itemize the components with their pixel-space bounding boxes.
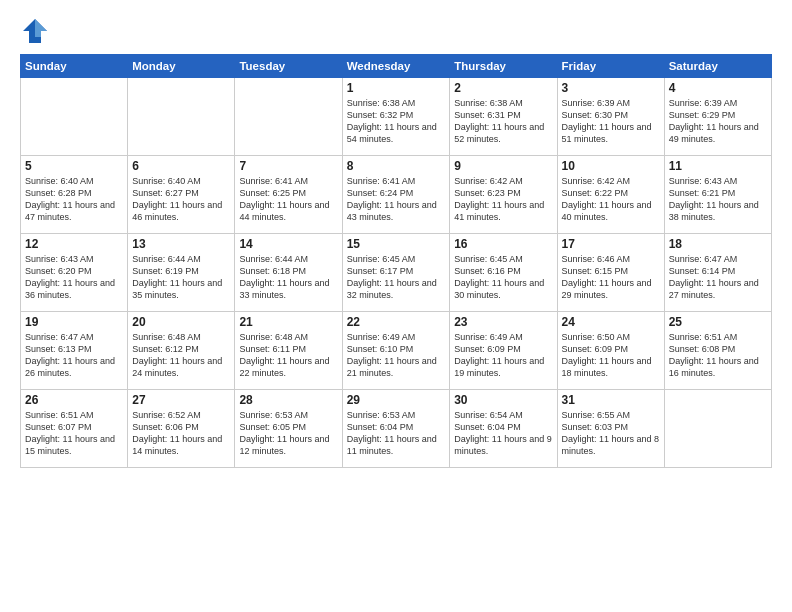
day-number: 15 (347, 237, 446, 251)
day-number: 6 (132, 159, 230, 173)
calendar-cell: 13Sunrise: 6:44 AM Sunset: 6:19 PM Dayli… (128, 234, 235, 312)
day-info: Sunrise: 6:45 AM Sunset: 6:17 PM Dayligh… (347, 253, 446, 302)
calendar-cell: 20Sunrise: 6:48 AM Sunset: 6:12 PM Dayli… (128, 312, 235, 390)
calendar-cell: 17Sunrise: 6:46 AM Sunset: 6:15 PM Dayli… (557, 234, 664, 312)
day-info: Sunrise: 6:53 AM Sunset: 6:05 PM Dayligh… (239, 409, 337, 458)
day-number: 26 (25, 393, 123, 407)
logo-icon (20, 16, 50, 46)
day-info: Sunrise: 6:51 AM Sunset: 6:07 PM Dayligh… (25, 409, 123, 458)
calendar-cell: 3Sunrise: 6:39 AM Sunset: 6:30 PM Daylig… (557, 78, 664, 156)
calendar-cell: 7Sunrise: 6:41 AM Sunset: 6:25 PM Daylig… (235, 156, 342, 234)
page: SundayMondayTuesdayWednesdayThursdayFrid… (0, 0, 792, 612)
day-number: 19 (25, 315, 123, 329)
day-info: Sunrise: 6:43 AM Sunset: 6:20 PM Dayligh… (25, 253, 123, 302)
calendar-cell: 29Sunrise: 6:53 AM Sunset: 6:04 PM Dayli… (342, 390, 450, 468)
day-number: 22 (347, 315, 446, 329)
header (20, 16, 772, 46)
day-number: 11 (669, 159, 767, 173)
calendar-cell: 16Sunrise: 6:45 AM Sunset: 6:16 PM Dayli… (450, 234, 557, 312)
calendar-cell: 9Sunrise: 6:42 AM Sunset: 6:23 PM Daylig… (450, 156, 557, 234)
calendar-cell: 2Sunrise: 6:38 AM Sunset: 6:31 PM Daylig… (450, 78, 557, 156)
weekday-header-row: SundayMondayTuesdayWednesdayThursdayFrid… (21, 55, 772, 78)
day-info: Sunrise: 6:46 AM Sunset: 6:15 PM Dayligh… (562, 253, 660, 302)
day-info: Sunrise: 6:38 AM Sunset: 6:31 PM Dayligh… (454, 97, 552, 146)
day-number: 18 (669, 237, 767, 251)
day-info: Sunrise: 6:39 AM Sunset: 6:29 PM Dayligh… (669, 97, 767, 146)
calendar-cell: 8Sunrise: 6:41 AM Sunset: 6:24 PM Daylig… (342, 156, 450, 234)
calendar: SundayMondayTuesdayWednesdayThursdayFrid… (20, 54, 772, 468)
calendar-cell: 15Sunrise: 6:45 AM Sunset: 6:17 PM Dayli… (342, 234, 450, 312)
day-number: 24 (562, 315, 660, 329)
calendar-cell: 31Sunrise: 6:55 AM Sunset: 6:03 PM Dayli… (557, 390, 664, 468)
day-info: Sunrise: 6:50 AM Sunset: 6:09 PM Dayligh… (562, 331, 660, 380)
weekday-header-friday: Friday (557, 55, 664, 78)
day-number: 20 (132, 315, 230, 329)
day-number: 14 (239, 237, 337, 251)
day-info: Sunrise: 6:38 AM Sunset: 6:32 PM Dayligh… (347, 97, 446, 146)
day-info: Sunrise: 6:49 AM Sunset: 6:09 PM Dayligh… (454, 331, 552, 380)
day-number: 9 (454, 159, 552, 173)
day-number: 8 (347, 159, 446, 173)
weekday-header-saturday: Saturday (664, 55, 771, 78)
day-info: Sunrise: 6:41 AM Sunset: 6:24 PM Dayligh… (347, 175, 446, 224)
weekday-header-tuesday: Tuesday (235, 55, 342, 78)
calendar-cell: 27Sunrise: 6:52 AM Sunset: 6:06 PM Dayli… (128, 390, 235, 468)
day-number: 30 (454, 393, 552, 407)
calendar-cell: 24Sunrise: 6:50 AM Sunset: 6:09 PM Dayli… (557, 312, 664, 390)
day-number: 4 (669, 81, 767, 95)
day-number: 1 (347, 81, 446, 95)
calendar-cell: 26Sunrise: 6:51 AM Sunset: 6:07 PM Dayli… (21, 390, 128, 468)
day-info: Sunrise: 6:51 AM Sunset: 6:08 PM Dayligh… (669, 331, 767, 380)
week-row-4: 26Sunrise: 6:51 AM Sunset: 6:07 PM Dayli… (21, 390, 772, 468)
weekday-header-sunday: Sunday (21, 55, 128, 78)
calendar-cell: 25Sunrise: 6:51 AM Sunset: 6:08 PM Dayli… (664, 312, 771, 390)
calendar-cell: 11Sunrise: 6:43 AM Sunset: 6:21 PM Dayli… (664, 156, 771, 234)
calendar-cell: 23Sunrise: 6:49 AM Sunset: 6:09 PM Dayli… (450, 312, 557, 390)
day-info: Sunrise: 6:40 AM Sunset: 6:27 PM Dayligh… (132, 175, 230, 224)
day-number: 2 (454, 81, 552, 95)
day-info: Sunrise: 6:39 AM Sunset: 6:30 PM Dayligh… (562, 97, 660, 146)
day-info: Sunrise: 6:42 AM Sunset: 6:23 PM Dayligh… (454, 175, 552, 224)
calendar-cell (128, 78, 235, 156)
calendar-cell: 10Sunrise: 6:42 AM Sunset: 6:22 PM Dayli… (557, 156, 664, 234)
day-info: Sunrise: 6:44 AM Sunset: 6:19 PM Dayligh… (132, 253, 230, 302)
day-info: Sunrise: 6:40 AM Sunset: 6:28 PM Dayligh… (25, 175, 123, 224)
day-number: 12 (25, 237, 123, 251)
day-number: 7 (239, 159, 337, 173)
day-number: 31 (562, 393, 660, 407)
day-number: 27 (132, 393, 230, 407)
week-row-2: 12Sunrise: 6:43 AM Sunset: 6:20 PM Dayli… (21, 234, 772, 312)
calendar-cell (21, 78, 128, 156)
calendar-cell (664, 390, 771, 468)
day-number: 10 (562, 159, 660, 173)
day-info: Sunrise: 6:44 AM Sunset: 6:18 PM Dayligh… (239, 253, 337, 302)
weekday-header-monday: Monday (128, 55, 235, 78)
calendar-cell: 21Sunrise: 6:48 AM Sunset: 6:11 PM Dayli… (235, 312, 342, 390)
calendar-cell: 18Sunrise: 6:47 AM Sunset: 6:14 PM Dayli… (664, 234, 771, 312)
day-info: Sunrise: 6:47 AM Sunset: 6:13 PM Dayligh… (25, 331, 123, 380)
calendar-cell: 22Sunrise: 6:49 AM Sunset: 6:10 PM Dayli… (342, 312, 450, 390)
day-number: 28 (239, 393, 337, 407)
day-info: Sunrise: 6:49 AM Sunset: 6:10 PM Dayligh… (347, 331, 446, 380)
week-row-0: 1Sunrise: 6:38 AM Sunset: 6:32 PM Daylig… (21, 78, 772, 156)
day-number: 13 (132, 237, 230, 251)
day-info: Sunrise: 6:42 AM Sunset: 6:22 PM Dayligh… (562, 175, 660, 224)
calendar-cell: 14Sunrise: 6:44 AM Sunset: 6:18 PM Dayli… (235, 234, 342, 312)
day-number: 21 (239, 315, 337, 329)
svg-marker-1 (35, 19, 47, 37)
weekday-header-thursday: Thursday (450, 55, 557, 78)
calendar-cell: 6Sunrise: 6:40 AM Sunset: 6:27 PM Daylig… (128, 156, 235, 234)
day-number: 3 (562, 81, 660, 95)
day-info: Sunrise: 6:48 AM Sunset: 6:11 PM Dayligh… (239, 331, 337, 380)
week-row-1: 5Sunrise: 6:40 AM Sunset: 6:28 PM Daylig… (21, 156, 772, 234)
day-info: Sunrise: 6:43 AM Sunset: 6:21 PM Dayligh… (669, 175, 767, 224)
day-info: Sunrise: 6:47 AM Sunset: 6:14 PM Dayligh… (669, 253, 767, 302)
day-number: 5 (25, 159, 123, 173)
day-info: Sunrise: 6:54 AM Sunset: 6:04 PM Dayligh… (454, 409, 552, 458)
calendar-cell: 28Sunrise: 6:53 AM Sunset: 6:05 PM Dayli… (235, 390, 342, 468)
day-info: Sunrise: 6:52 AM Sunset: 6:06 PM Dayligh… (132, 409, 230, 458)
day-number: 17 (562, 237, 660, 251)
calendar-cell: 1Sunrise: 6:38 AM Sunset: 6:32 PM Daylig… (342, 78, 450, 156)
calendar-cell: 19Sunrise: 6:47 AM Sunset: 6:13 PM Dayli… (21, 312, 128, 390)
calendar-cell: 12Sunrise: 6:43 AM Sunset: 6:20 PM Dayli… (21, 234, 128, 312)
